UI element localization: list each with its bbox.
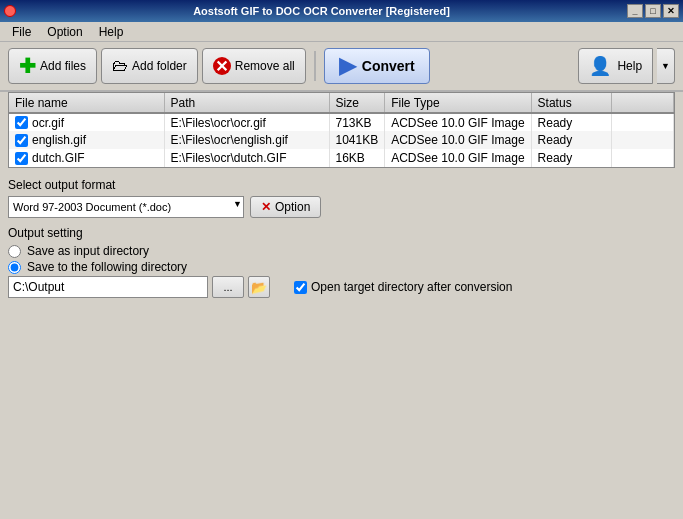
row-checkbox-0[interactable] — [15, 116, 28, 129]
remove-all-label: Remove all — [235, 59, 295, 73]
directory-row: ... 📂 Open target directory after conver… — [8, 276, 675, 298]
cell-path-1: E:\Files\ocr\english.gif — [164, 131, 329, 149]
row-checkbox-1[interactable] — [15, 134, 28, 147]
window-dot — [4, 5, 16, 17]
format-select-wrapper: Word 97-2003 Document (*.doc) Word 2007 … — [8, 196, 244, 218]
maximize-button[interactable]: □ — [645, 4, 661, 18]
open-target-label: Open target directory after conversion — [311, 280, 512, 294]
browse-label: ... — [223, 281, 232, 293]
remove-all-icon: ✕ — [213, 57, 231, 75]
chevron-down-icon: ▼ — [661, 61, 670, 71]
convert-icon: ▶ — [339, 55, 356, 77]
remove-all-button[interactable]: ✕ Remove all — [202, 48, 306, 84]
cell-filetype-0: ACDSee 10.0 GIF Image — [385, 113, 531, 131]
add-folder-button[interactable]: 🗁 Add folder — [101, 48, 198, 84]
format-select[interactable]: Word 97-2003 Document (*.doc) Word 2007 … — [8, 196, 244, 218]
browse-button[interactable]: ... — [212, 276, 244, 298]
convert-button[interactable]: ▶ Convert — [324, 48, 430, 84]
add-folder-label: Add folder — [132, 59, 187, 73]
add-folder-icon: 🗁 — [112, 57, 128, 75]
window-title: Aostsoft GIF to DOC OCR Converter [Regis… — [16, 5, 627, 17]
cell-status-0: Ready — [531, 113, 611, 131]
cell-extra-2 — [611, 149, 673, 167]
col-filename: File name — [9, 93, 164, 113]
row-checkbox-2[interactable] — [15, 152, 28, 165]
add-files-label: Add files — [40, 59, 86, 73]
cell-extra-1 — [611, 131, 673, 149]
cell-filename-0: ocr.gif — [9, 113, 164, 131]
output-format-label: Select output format — [8, 178, 675, 192]
option-button-label: Option — [275, 200, 310, 214]
menu-file[interactable]: File — [4, 23, 39, 41]
add-files-button[interactable]: ✚ Add files — [8, 48, 97, 84]
file-table: File name Path Size File Type Status ocr… — [9, 93, 674, 167]
table-header: File name Path Size File Type Status — [9, 93, 674, 113]
radio-following-dir[interactable] — [8, 261, 21, 274]
filename-2: dutch.GIF — [32, 151, 85, 165]
bottom-panel: Select output format Word 97-2003 Docume… — [0, 172, 683, 302]
col-extra — [611, 93, 673, 113]
table-body: ocr.gif E:\Files\ocr\ocr.gif 713KB ACDSe… — [9, 113, 674, 167]
file-table-container: File name Path Size File Type Status ocr… — [8, 92, 675, 168]
cell-size-0: 713KB — [329, 113, 385, 131]
help-label: Help — [617, 59, 642, 73]
menu-help[interactable]: Help — [91, 23, 132, 41]
menu-bar: File Option Help — [0, 22, 683, 42]
filename-0: ocr.gif — [32, 116, 64, 130]
col-status: Status — [531, 93, 611, 113]
format-row: Word 97-2003 Document (*.doc) Word 2007 … — [8, 196, 675, 218]
minimize-button[interactable]: _ — [627, 4, 643, 18]
cell-path-0: E:\Files\ocr\ocr.gif — [164, 113, 329, 131]
cell-filename-2: dutch.GIF — [9, 149, 164, 167]
table-row: english.gif E:\Files\ocr\english.gif 104… — [9, 131, 674, 149]
col-size: Size — [329, 93, 385, 113]
table-row: dutch.GIF E:\Files\ocr\dutch.GIF 16KB AC… — [9, 149, 674, 167]
cell-size-1: 1041KB — [329, 131, 385, 149]
cell-filename-1: english.gif — [9, 131, 164, 149]
col-path: Path — [164, 93, 329, 113]
radio-following-row: Save to the following directory — [8, 260, 675, 274]
cell-extra-0 — [611, 113, 673, 131]
window-controls: _ □ ✕ — [627, 4, 679, 18]
cell-status-2: Ready — [531, 149, 611, 167]
help-button[interactable]: 👤 Help — [578, 48, 653, 84]
radio-input-label: Save as input directory — [27, 244, 149, 258]
radio-input-row: Save as input directory — [8, 244, 675, 258]
radio-input-dir[interactable] — [8, 245, 21, 258]
menu-option[interactable]: Option — [39, 23, 90, 41]
cell-path-2: E:\Files\ocr\dutch.GIF — [164, 149, 329, 167]
directory-input[interactable] — [8, 276, 208, 298]
help-icon: 👤 — [589, 55, 611, 77]
toolbar: ✚ Add files 🗁 Add folder ✕ Remove all ▶ … — [0, 42, 683, 92]
title-bar: Aostsoft GIF to DOC OCR Converter [Regis… — [0, 0, 683, 22]
add-files-icon: ✚ — [19, 56, 36, 76]
cell-filetype-1: ACDSee 10.0 GIF Image — [385, 131, 531, 149]
option-button[interactable]: ✕ Option — [250, 196, 321, 218]
option-x-icon: ✕ — [261, 200, 271, 214]
open-target-checkbox-row: Open target directory after conversion — [294, 280, 512, 294]
col-filetype: File Type — [385, 93, 531, 113]
help-dropdown-button[interactable]: ▼ — [657, 48, 675, 84]
filename-1: english.gif — [32, 133, 86, 147]
toolbar-separator — [314, 51, 316, 81]
cell-size-2: 16KB — [329, 149, 385, 167]
radio-following-label: Save to the following directory — [27, 260, 187, 274]
close-button[interactable]: ✕ — [663, 4, 679, 18]
open-target-checkbox[interactable] — [294, 281, 307, 294]
cell-filetype-2: ACDSee 10.0 GIF Image — [385, 149, 531, 167]
output-setting-label: Output setting — [8, 226, 675, 240]
open-folder-button[interactable]: 📂 — [248, 276, 270, 298]
cell-status-1: Ready — [531, 131, 611, 149]
table-row: ocr.gif E:\Files\ocr\ocr.gif 713KB ACDSe… — [9, 113, 674, 131]
convert-label: Convert — [362, 58, 415, 74]
folder-icon: 📂 — [251, 280, 267, 295]
